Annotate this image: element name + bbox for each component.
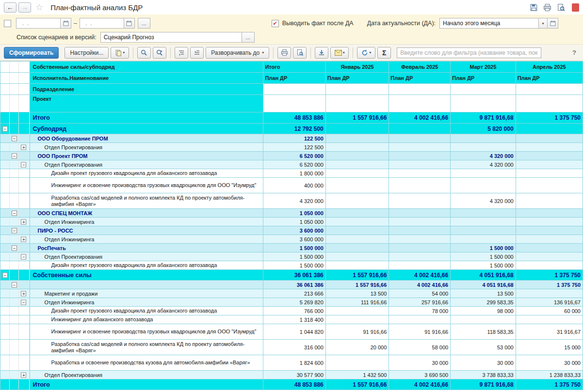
period-to-calendar-button[interactable]: [124, 18, 135, 29]
collapse-toggle-icon[interactable]: −: [2, 126, 8, 131]
cell-value[interactable]: [516, 218, 583, 226]
cell-value[interactable]: [325, 355, 389, 371]
cell-value[interactable]: [325, 152, 389, 160]
row-name[interactable]: Маркетинг и продажи: [30, 289, 263, 298]
cell-value[interactable]: 1 557 916,66: [325, 270, 389, 281]
cell-value[interactable]: [451, 218, 516, 226]
cell-value[interactable]: 1 500 000: [451, 261, 516, 270]
cell-value[interactable]: 15 000: [516, 340, 583, 355]
cell-value[interactable]: [325, 315, 389, 324]
cell-value[interactable]: 766 000: [263, 307, 325, 315]
cell-value[interactable]: 91 916,66: [325, 324, 389, 340]
fact-checkbox-label[interactable]: Выводить факт после ДА: [282, 20, 354, 27]
row-name[interactable]: ПИРО - РОСС: [30, 226, 263, 235]
cell-value[interactable]: [389, 235, 451, 244]
collapse-toggle-icon[interactable]: −: [12, 153, 17, 158]
cell-value[interactable]: [389, 252, 451, 261]
cell-value[interactable]: 91 916,66: [389, 324, 451, 340]
header-total-value[interactable]: 48 853 886: [263, 112, 325, 124]
row-name[interactable]: ООО Оборудование ПРОМ: [30, 134, 263, 143]
cell-value[interactable]: 1 500 000: [263, 261, 325, 270]
actuality-input[interactable]: [439, 18, 539, 29]
collapse-toggle-icon[interactable]: −: [12, 136, 17, 141]
row-name[interactable]: Инжиниринг и освоение производства грузо…: [30, 324, 263, 340]
header-total-value[interactable]: 1 557 916,66: [325, 112, 389, 124]
cell-value[interactable]: 4 320 000: [263, 193, 325, 209]
forward-button[interactable]: →: [18, 2, 31, 13]
cell-value[interactable]: [516, 226, 583, 235]
row-name[interactable]: Собственные силы: [30, 270, 263, 281]
cell-value[interactable]: 3 600 000: [263, 235, 325, 244]
report-variants-button[interactable]: ▾: [111, 47, 129, 59]
cell-value[interactable]: [389, 226, 451, 235]
cell-value[interactable]: 1 238 833,33: [516, 371, 583, 379]
header-total-value[interactable]: 4 002 416,66: [389, 112, 451, 124]
cell-value[interactable]: [389, 124, 451, 134]
back-button[interactable]: ←: [4, 2, 16, 13]
cell-value[interactable]: 30 000: [516, 355, 583, 371]
cell-value[interactable]: 213 666: [263, 289, 325, 298]
print-button[interactable]: [277, 47, 291, 59]
row-name[interactable]: РосПечать: [30, 244, 263, 252]
cell-value[interactable]: [389, 244, 451, 252]
cell-value[interactable]: [325, 143, 389, 152]
period-to-input[interactable]: [80, 18, 124, 29]
cell-value[interactable]: [516, 261, 583, 270]
cell-value[interactable]: [389, 261, 451, 270]
cell-value[interactable]: [389, 193, 451, 209]
cell-value[interactable]: [451, 178, 516, 193]
row-name[interactable]: Разработка и освоение производства кузов…: [30, 355, 263, 371]
cell-value[interactable]: 1 500 000: [263, 244, 325, 252]
cell-value[interactable]: [516, 209, 583, 218]
favorite-star-icon[interactable]: ☆: [35, 2, 43, 13]
row-name[interactable]: Отдел Проектирования: [30, 143, 263, 152]
print-preview-icon[interactable]: [556, 3, 565, 12]
cell-value[interactable]: 1 500 000: [263, 252, 325, 261]
expand-toggle-icon[interactable]: +: [21, 219, 26, 224]
save-result-button[interactable]: [315, 47, 328, 59]
cell-value[interactable]: [516, 289, 583, 298]
expand-toggle-icon[interactable]: +: [21, 144, 26, 150]
cell-value[interactable]: [516, 235, 583, 244]
cell-value[interactable]: 4 051 916,68: [451, 270, 516, 281]
cell-value[interactable]: 9 871 916,68: [451, 379, 516, 390]
generate-button[interactable]: Сформировать: [4, 47, 59, 59]
row-name[interactable]: Итого: [30, 379, 263, 390]
row-name[interactable]: Отдел Инжиниринга: [30, 218, 263, 226]
collapse-toggle-icon[interactable]: −: [21, 254, 26, 259]
search-next-button[interactable]: [153, 47, 166, 59]
cell-value[interactable]: 13 500: [451, 289, 516, 298]
cell-value[interactable]: [451, 235, 516, 244]
send-email-button[interactable]: ▾: [330, 47, 349, 59]
cell-value[interactable]: 3 600 000: [263, 226, 325, 235]
cell-value[interactable]: [516, 244, 583, 252]
cell-value[interactable]: 1 500 000: [451, 252, 516, 261]
cell-value[interactable]: 4 002 416,66: [389, 270, 451, 281]
cell-value[interactable]: [389, 160, 451, 169]
collapse-toggle-icon[interactable]: −: [12, 210, 17, 216]
cell-value[interactable]: 3 690 500: [389, 371, 451, 379]
cell-value[interactable]: 5 820 000: [451, 124, 516, 134]
app-corner-icon[interactable]: [572, 3, 579, 12]
cell-value[interactable]: [389, 152, 451, 160]
cell-value[interactable]: [516, 178, 583, 193]
row-name[interactable]: Дизайн проект грузового квадроцикла для …: [30, 261, 263, 270]
cell-value[interactable]: [325, 307, 389, 315]
cell-value[interactable]: 111 916,66: [325, 298, 389, 307]
refresh-button[interactable]: ▾: [357, 47, 375, 59]
row-name[interactable]: Разработка cas/cad моделей и полного ком…: [30, 340, 263, 355]
period-select-button[interactable]: ...: [138, 18, 150, 29]
cell-value[interactable]: [325, 209, 389, 218]
cell-value[interactable]: 1 557 916,66: [325, 281, 389, 289]
header-total-value[interactable]: 9 871 916,68: [451, 112, 516, 124]
cell-value[interactable]: [389, 169, 451, 178]
cell-value[interactable]: 48 853 886: [263, 379, 325, 390]
cell-value[interactable]: 316 000: [263, 340, 325, 355]
cell-value[interactable]: [516, 193, 583, 209]
expand-groups-button[interactable]: [190, 47, 204, 59]
cell-value[interactable]: 400 000: [263, 178, 325, 193]
scenario-select-button[interactable]: ...: [242, 32, 255, 43]
period-checkbox[interactable]: [4, 20, 11, 27]
help-button[interactable]: ?: [569, 49, 579, 56]
cell-value[interactable]: [325, 218, 389, 226]
